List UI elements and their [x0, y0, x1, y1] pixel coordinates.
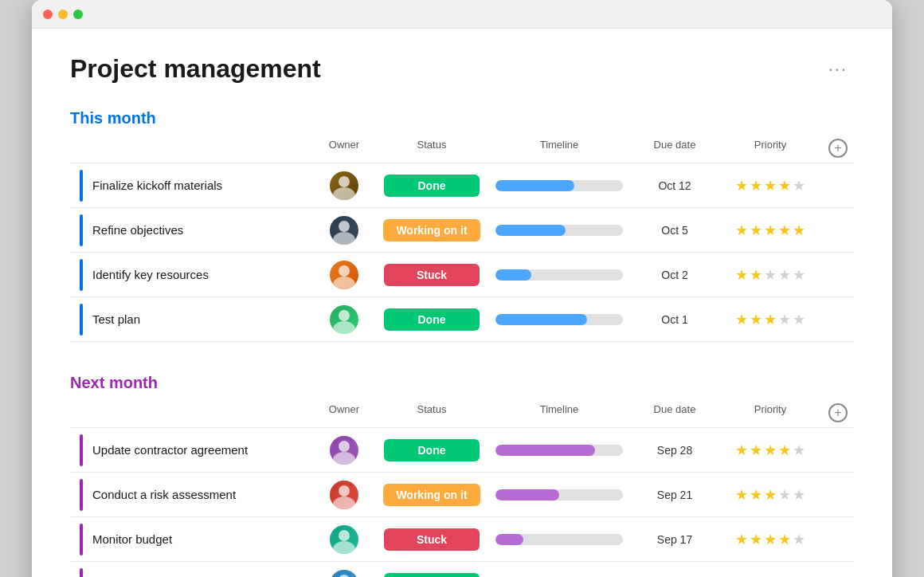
due-date-cell: Sep 28 — [631, 444, 718, 457]
table-row[interactable]: Conduct a risk assessment Working on it … — [70, 473, 854, 517]
task-name-cell: Update contractor agreement — [70, 434, 312, 466]
status-badge: Stuck — [384, 264, 480, 286]
owner-cell — [312, 305, 376, 334]
star-5: ★ — [793, 311, 805, 328]
close-dot[interactable] — [43, 10, 53, 19]
star-2: ★ — [750, 486, 762, 504]
star-2: ★ — [750, 311, 762, 328]
task-color-bar — [80, 304, 83, 336]
table-row[interactable]: Test plan Done Oct 1 ★★★★★ — [70, 297, 854, 342]
titlebar — [32, 0, 892, 29]
more-options-button[interactable]: ··· — [822, 56, 854, 83]
task-color-bar — [80, 568, 83, 578]
avatar-face — [330, 570, 358, 578]
status-badge: Working on it — [383, 219, 480, 241]
task-name: Conduct a risk assessment — [92, 488, 236, 501]
status-cell: Done — [376, 439, 487, 461]
star-1: ★ — [735, 177, 748, 194]
priority-cell: ★★★★★ — [718, 311, 822, 328]
avatar — [330, 261, 358, 289]
avatar-face — [330, 525, 358, 554]
avatar — [330, 570, 358, 578]
priority-cell: ★★★★★ — [718, 222, 822, 239]
status-cell: Stuck — [376, 528, 487, 551]
section-next-month: Next month Owner Status Timeline Due dat… — [70, 374, 854, 577]
task-name: Finalize kickoff materials — [92, 179, 222, 192]
avatar — [330, 436, 358, 465]
star-3: ★ — [764, 266, 777, 284]
col-priority: Priority — [718, 403, 822, 422]
avatar — [330, 305, 358, 334]
task-color-bar — [80, 214, 83, 246]
timeline-fill — [495, 489, 559, 500]
minimize-dot[interactable] — [58, 10, 68, 19]
timeline-fill — [495, 445, 595, 456]
timeline-fill — [495, 314, 587, 325]
task-name: Test plan — [92, 312, 140, 326]
page-header: Project management ··· — [70, 54, 854, 84]
task-name-cell: Develop communication plan — [70, 568, 312, 578]
star-1: ★ — [735, 311, 748, 328]
task-name-cell: Identify key resources — [70, 259, 312, 291]
table-row[interactable]: Update contractor agreement Done Sep 28 … — [70, 428, 854, 473]
star-4: ★ — [778, 266, 791, 284]
avatar-face — [330, 261, 358, 289]
status-cell: Done — [376, 308, 487, 331]
star-1: ★ — [735, 486, 748, 504]
priority-cell: ★★★★★ — [718, 486, 822, 504]
table-row[interactable]: Monitor budget Stuck Sep 17 ★★★★★ — [70, 517, 854, 562]
status-badge: Working on it — [383, 484, 480, 506]
status-badge: Done — [384, 175, 480, 197]
main-content: Project management ··· This month Owner … — [32, 29, 892, 577]
timeline-bar — [495, 225, 623, 236]
avatar — [330, 525, 358, 554]
timeline-cell — [487, 180, 631, 191]
add-task-button-this-month[interactable]: + — [828, 139, 848, 158]
section-header-next-month: Next month — [70, 374, 854, 392]
star-5: ★ — [793, 442, 805, 459]
owner-cell — [312, 525, 376, 554]
col-duedate: Due date — [631, 139, 718, 158]
table-row[interactable]: Refine objectives Working on it Oct 5 ★★… — [70, 208, 854, 253]
timeline-fill — [495, 534, 523, 545]
app-window: Project management ··· This month Owner … — [32, 0, 892, 577]
star-2: ★ — [750, 442, 762, 459]
priority-cell: ★★★★★ — [718, 531, 822, 548]
status-cell: Done — [376, 573, 487, 578]
col-timeline: Timeline — [487, 403, 631, 422]
task-name: Update contractor agreement — [92, 443, 248, 457]
star-3: ★ — [764, 442, 777, 459]
star-2: ★ — [750, 177, 762, 194]
status-cell: Stuck — [376, 264, 487, 286]
star-2: ★ — [750, 531, 762, 548]
table-row[interactable]: Identify key resources Stuck Oct 2 ★★★★★ — [70, 253, 854, 297]
col-timeline: Timeline — [487, 139, 631, 158]
table-header-this-month: Owner Status Timeline Due date Priority … — [70, 134, 854, 163]
status-cell: Working on it — [376, 219, 487, 241]
star-4: ★ — [778, 531, 791, 548]
avatar — [330, 171, 358, 200]
avatar — [330, 481, 358, 509]
owner-cell — [312, 261, 376, 289]
star-4: ★ — [778, 222, 791, 239]
timeline-fill — [495, 180, 574, 191]
table-row[interactable]: Finalize kickoff materials Done Oct 12 ★… — [70, 163, 854, 208]
priority-cell: ★★★★★ — [718, 266, 822, 284]
timeline-bar — [495, 489, 623, 500]
expand-dot[interactable] — [73, 10, 83, 19]
avatar-face — [330, 305, 358, 334]
status-badge: Done — [384, 573, 480, 578]
timeline-bar — [495, 445, 623, 456]
priority-cell: ★★★★★ — [718, 177, 822, 194]
table-row[interactable]: Develop communication plan Done Sep 13 ★… — [70, 562, 854, 577]
add-task-button-next-month[interactable]: + — [828, 403, 848, 422]
col-status: Status — [376, 403, 487, 422]
sections-container: This month Owner Status Timeline Due dat… — [70, 109, 854, 577]
task-name-cell: Refine objectives — [70, 214, 312, 246]
task-name: Identify key resources — [92, 268, 209, 281]
avatar — [330, 216, 358, 245]
timeline-cell — [487, 445, 631, 456]
timeline-bar — [495, 534, 623, 545]
status-cell: Working on it — [376, 484, 487, 506]
owner-cell — [312, 216, 376, 245]
